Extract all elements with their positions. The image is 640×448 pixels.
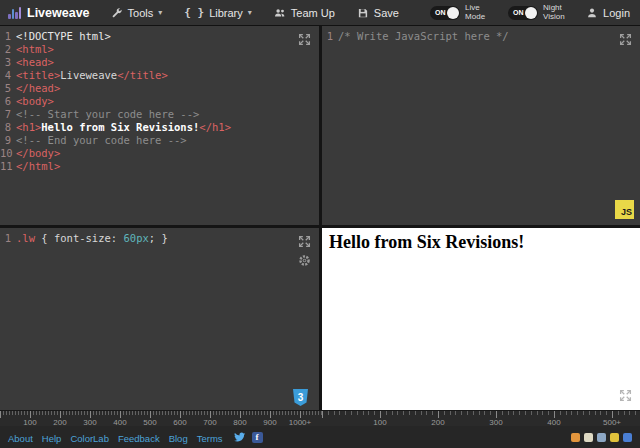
code-line: 7<!-- Start your code here --> [0, 108, 319, 121]
live-mode-toggle[interactable]: ON [430, 6, 460, 20]
ruler-label: 100 [23, 418, 36, 427]
footer-links: AboutHelpColorLabFeedbackBlogTerms [8, 428, 232, 446]
footer-link-about[interactable]: About [8, 433, 33, 444]
code-line: 4<title>Liveweave</title> [0, 69, 319, 82]
login-button[interactable]: Login [586, 7, 630, 19]
footer-link-terms[interactable]: Terms [197, 433, 223, 444]
night-vision-label: Night Vision [543, 4, 573, 21]
live-mode-label: Live Mode [465, 4, 495, 21]
braces-icon: { } [184, 6, 204, 19]
ruler-label: 400 [547, 418, 560, 427]
ruler-label: 500 [143, 418, 156, 427]
night-vision-toggle[interactable]: ON [508, 6, 538, 20]
code-line: 3<head> [0, 56, 319, 69]
ruler-right: 100200300400500+ [322, 411, 640, 426]
tools-label: Tools [128, 7, 154, 19]
ruler-label: 300 [489, 418, 502, 427]
toggle-state: ON [513, 9, 524, 16]
code-line: 6<body> [0, 95, 319, 108]
ruler-label: 900 [263, 418, 276, 427]
ruler-label: 200 [431, 418, 444, 427]
people-icon [274, 7, 286, 19]
ruler-label: 100 [373, 418, 386, 427]
team-up-button[interactable]: Team Up [263, 0, 346, 25]
code-line: 2<html> [0, 43, 319, 56]
toggle-knob-icon [447, 7, 459, 19]
ruler-label: 800 [233, 418, 246, 427]
preview-heading: Hello from Six Revisions! [329, 232, 640, 253]
chevron-down-icon: ▾ [248, 8, 252, 17]
footer-link-feedback[interactable]: Feedback [118, 433, 160, 444]
line-number: 4 [0, 69, 16, 82]
login-label: Login [603, 7, 630, 19]
line-number: 1 [0, 30, 16, 43]
expand-icon[interactable] [298, 33, 311, 46]
line-number: 9 [0, 134, 16, 147]
person-icon [586, 7, 598, 19]
save-button[interactable]: Save [346, 0, 410, 25]
expand-icon[interactable] [298, 235, 311, 248]
line-number: 7 [0, 108, 16, 121]
footer-link-blog[interactable]: Blog [169, 433, 188, 444]
measurement-ruler: 1002003004005006007008009001000+ 1002003… [0, 410, 640, 426]
line-number: 3 [0, 56, 16, 69]
library-label: Library [209, 7, 243, 19]
live-mode-toggle-group: ON Live Mode [430, 4, 495, 21]
gear-icon[interactable] [298, 254, 311, 267]
ruler-label: 300 [83, 418, 96, 427]
wrench-icon [111, 7, 123, 19]
js-editor-panel[interactable]: JS 1/* Write JavaScript here */ [322, 26, 640, 225]
workspace: 1<!DOCTYPE html>2<html>3<head>4<title>Li… [0, 26, 640, 410]
twitter-icon[interactable] [234, 431, 246, 443]
js-badge: JS [615, 200, 634, 219]
code-line: 10</body> [0, 147, 319, 160]
social-icons: f [234, 431, 263, 443]
code-line: 11</html> [0, 160, 319, 173]
ruler-label: 600 [173, 418, 186, 427]
css3-badge: 3 [293, 389, 308, 406]
code-line: 1/* Write JavaScript here */ [322, 30, 640, 43]
top-bar: Liveweave Tools ▾ { } Library ▾ Team Up … [0, 0, 640, 26]
ruler-label: 200 [53, 418, 66, 427]
code-line: 1<!DOCTYPE html> [0, 30, 319, 43]
mini-badge-icon[interactable] [610, 433, 619, 442]
mini-badge-icon[interactable] [571, 433, 580, 442]
library-menu-button[interactable]: { } Library ▾ [173, 0, 263, 25]
footer-link-colorlab[interactable]: ColorLab [70, 433, 109, 444]
line-number: 10 [0, 147, 16, 160]
brand[interactable]: Liveweave [0, 6, 100, 20]
mini-badge-icon[interactable] [584, 433, 593, 442]
mini-badge-icon[interactable] [597, 433, 606, 442]
css-editor-panel[interactable]: 3 1.lw { font-size: 60px; } [0, 228, 319, 410]
night-vision-toggle-group: ON Night Vision [508, 4, 573, 21]
code-line: 1.lw { font-size: 60px; } [0, 232, 319, 245]
ruler-label: 400 [113, 418, 126, 427]
expand-icon[interactable] [619, 33, 632, 46]
ruler-label: 700 [203, 418, 216, 427]
preview-panel[interactable]: Hello from Six Revisions! [322, 228, 640, 410]
save-label: Save [374, 7, 399, 19]
liveweave-logo-icon [8, 6, 21, 19]
line-number: 6 [0, 95, 16, 108]
mini-badge-icon[interactable] [623, 433, 632, 442]
line-number: 8 [0, 121, 16, 134]
ruler-left: 1002003004005006007008009001000+ [0, 411, 322, 426]
line-number: 1 [322, 30, 338, 43]
line-number: 1 [0, 232, 16, 245]
toggle-state: ON [435, 9, 446, 16]
code-line: 5</head> [0, 82, 319, 95]
line-number: 2 [0, 43, 16, 56]
footer-link-help[interactable]: Help [42, 433, 62, 444]
team-up-label: Team Up [291, 7, 335, 19]
toggle-knob-icon [525, 7, 537, 19]
html-editor-panel[interactable]: 1<!DOCTYPE html>2<html>3<head>4<title>Li… [0, 26, 319, 225]
liveweave-app: Liveweave Tools ▾ { } Library ▾ Team Up … [0, 0, 640, 448]
facebook-icon[interactable]: f [252, 432, 263, 443]
code-line: 8<h1>Hello from Six Revisions!</h1> [0, 121, 319, 134]
expand-icon[interactable] [619, 389, 632, 402]
chevron-down-icon: ▾ [158, 8, 162, 17]
code-line: 9<!-- End your code here --> [0, 134, 319, 147]
tools-menu-button[interactable]: Tools ▾ [100, 0, 174, 25]
topbar-right-controls: ON Live Mode ON Night Vision Login [430, 4, 640, 21]
footer: AboutHelpColorLabFeedbackBlogTerms f [0, 426, 640, 448]
